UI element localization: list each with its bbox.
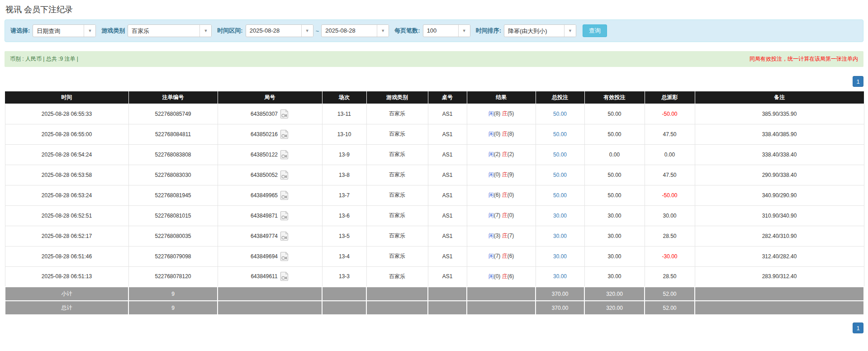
chevron-down-icon[interactable]: ▼ bbox=[199, 25, 211, 37]
cell-note: 338.40/338.40 bbox=[695, 144, 864, 165]
header-game-type: 游戏类别 bbox=[366, 91, 428, 104]
summary-cell: 小计 bbox=[5, 287, 128, 301]
cell-round-id: 643850122 bbox=[218, 144, 322, 165]
query-type-select[interactable]: 日期查询 ▼ bbox=[33, 24, 96, 37]
result-banker-label: 庄 bbox=[502, 232, 508, 239]
video-replay-icon[interactable] bbox=[280, 109, 289, 119]
summary-cell: 370.00 bbox=[536, 301, 584, 315]
page-size-select[interactable]: 100 ▼ bbox=[423, 24, 470, 37]
total-bet-link[interactable]: 50.00 bbox=[553, 172, 567, 178]
cell-bet-id: 522768080035 bbox=[128, 226, 218, 246]
video-replay-icon[interactable] bbox=[280, 190, 289, 200]
page-button-1[interactable]: 1 bbox=[853, 76, 863, 87]
chevron-down-icon[interactable]: ▼ bbox=[564, 25, 576, 37]
header-time: 时间 bbox=[5, 91, 128, 104]
cell-bet-id: 522768081945 bbox=[128, 185, 218, 205]
date-to-value: 2025-08-28 bbox=[322, 25, 377, 37]
bet-records-table: 时间 注单编号 局号 场次 游戏类别 桌号 结果 总投注 有效投注 总派彩 备注… bbox=[5, 91, 864, 315]
video-replay-icon[interactable] bbox=[280, 271, 289, 281]
video-replay-icon[interactable] bbox=[280, 251, 289, 261]
video-replay-icon[interactable] bbox=[280, 170, 289, 180]
game-type-value: 百家乐 bbox=[128, 25, 199, 37]
total-bet-link[interactable]: 50.00 bbox=[553, 131, 567, 138]
cell-valid-bet: 50.00 bbox=[584, 124, 645, 144]
summary-row: 总计9370.00320.0052.00 bbox=[5, 301, 864, 315]
cell-round-id: 643850216 bbox=[218, 124, 322, 144]
total-bet-link[interactable]: 30.00 bbox=[553, 253, 567, 260]
total-bet-link[interactable]: 50.00 bbox=[553, 111, 567, 117]
total-bet-link[interactable]: 50.00 bbox=[553, 152, 567, 158]
video-replay-icon[interactable] bbox=[280, 211, 289, 221]
cell-result: 闲(6) 庄(0) bbox=[467, 185, 536, 205]
header-table-no: 桌号 bbox=[428, 91, 467, 104]
round-id-text: 643849694 bbox=[251, 253, 278, 260]
date-from-select[interactable]: 2025-08-28 ▼ bbox=[246, 24, 313, 37]
cell-payout: 30.00 bbox=[645, 205, 695, 226]
result-player-value: (7) bbox=[494, 212, 501, 218]
cell-round-id: 643850307 bbox=[218, 104, 322, 124]
table-row: 2025-08-28 06:51:46 522768079098 6438496… bbox=[5, 246, 864, 266]
cell-payout: 0.00 bbox=[645, 144, 695, 165]
summary-cell bbox=[695, 301, 864, 315]
result-banker-value: (8) bbox=[508, 131, 514, 137]
result-banker-value: (7) bbox=[508, 232, 514, 239]
round-id-text: 643849611 bbox=[251, 273, 277, 280]
summary-cell bbox=[218, 287, 322, 301]
chevron-down-icon[interactable]: ▼ bbox=[377, 25, 389, 37]
result-player-label: 闲 bbox=[489, 232, 494, 239]
cell-table-no: AS1 bbox=[428, 185, 467, 205]
cell-valid-bet: 30.00 bbox=[584, 226, 645, 246]
sort-order-select[interactable]: 降幂(由大到小) ▼ bbox=[504, 24, 576, 37]
summary-cell: 320.00 bbox=[584, 287, 645, 301]
header-note: 备注 bbox=[695, 91, 864, 104]
date-range-label: 时间区间: bbox=[217, 27, 242, 35]
cell-game-type: 百家乐 bbox=[366, 104, 428, 124]
header-valid-bet: 有效投注 bbox=[584, 91, 645, 104]
cell-time: 2025-08-28 06:52:51 bbox=[5, 205, 128, 226]
date-to-select[interactable]: 2025-08-28 ▼ bbox=[321, 24, 389, 37]
cell-session: 13-9 bbox=[322, 144, 366, 165]
result-banker-label: 庄 bbox=[502, 212, 508, 218]
chevron-down-icon[interactable]: ▼ bbox=[458, 25, 470, 37]
cell-session: 13-7 bbox=[322, 185, 366, 205]
result-banker-value: (0) bbox=[508, 192, 514, 198]
sort-order-value: 降幂(由大到小) bbox=[504, 25, 564, 37]
header-session: 场次 bbox=[322, 91, 366, 104]
game-type-select[interactable]: 百家乐 ▼ bbox=[128, 24, 212, 37]
cell-result: 闲(2) 庄(2) bbox=[467, 144, 536, 165]
result-banker-label: 庄 bbox=[502, 110, 508, 117]
summary-cell bbox=[366, 287, 428, 301]
cell-time: 2025-08-28 06:54:24 bbox=[5, 144, 128, 165]
cell-time: 2025-08-28 06:53:24 bbox=[5, 185, 128, 205]
chevron-down-icon[interactable]: ▼ bbox=[301, 25, 313, 37]
cell-game-type: 百家乐 bbox=[366, 226, 428, 246]
total-bet-link[interactable]: 50.00 bbox=[553, 192, 567, 199]
video-replay-icon[interactable] bbox=[280, 150, 289, 160]
query-button[interactable]: 查询 bbox=[583, 24, 607, 37]
video-replay-icon[interactable] bbox=[280, 231, 289, 241]
total-bet-link[interactable]: 30.00 bbox=[553, 233, 567, 239]
cell-valid-bet: 30.00 bbox=[584, 266, 645, 287]
total-bet-link[interactable]: 30.00 bbox=[553, 213, 567, 219]
page-button-1[interactable]: 1 bbox=[853, 323, 863, 333]
result-player-value: (6) bbox=[494, 192, 501, 198]
cell-bet-id: 522768081015 bbox=[128, 205, 218, 226]
cell-total-bet: 50.00 bbox=[536, 144, 584, 165]
summary-cell: 52.00 bbox=[645, 287, 695, 301]
result-banker-value: (6) bbox=[508, 253, 514, 259]
result-player-label: 闲 bbox=[489, 212, 494, 218]
cell-payout: 28.50 bbox=[645, 266, 695, 287]
page-title: 视讯 会员下注纪录 bbox=[0, 0, 868, 19]
cell-valid-bet: 50.00 bbox=[584, 165, 645, 185]
cell-table-no: AS1 bbox=[428, 124, 467, 144]
video-replay-icon[interactable] bbox=[280, 129, 289, 139]
summary-notice: 同局有效投注，统一计算在该局第一张注单内 bbox=[749, 55, 858, 63]
cell-table-no: AS1 bbox=[428, 144, 467, 165]
filter-panel: 请选择: 日期查询 ▼ 游戏类别 百家乐 ▼ 时间区间: 2025-08-28 … bbox=[5, 19, 863, 42]
cell-game-type: 百家乐 bbox=[366, 165, 428, 185]
total-bet-link[interactable]: 30.00 bbox=[553, 273, 567, 280]
cell-result: 闲(0) 庄(8) bbox=[467, 124, 536, 144]
chevron-down-icon[interactable]: ▼ bbox=[84, 25, 95, 37]
result-banker-value: (0) bbox=[508, 212, 514, 218]
cell-session: 13-10 bbox=[322, 124, 366, 144]
